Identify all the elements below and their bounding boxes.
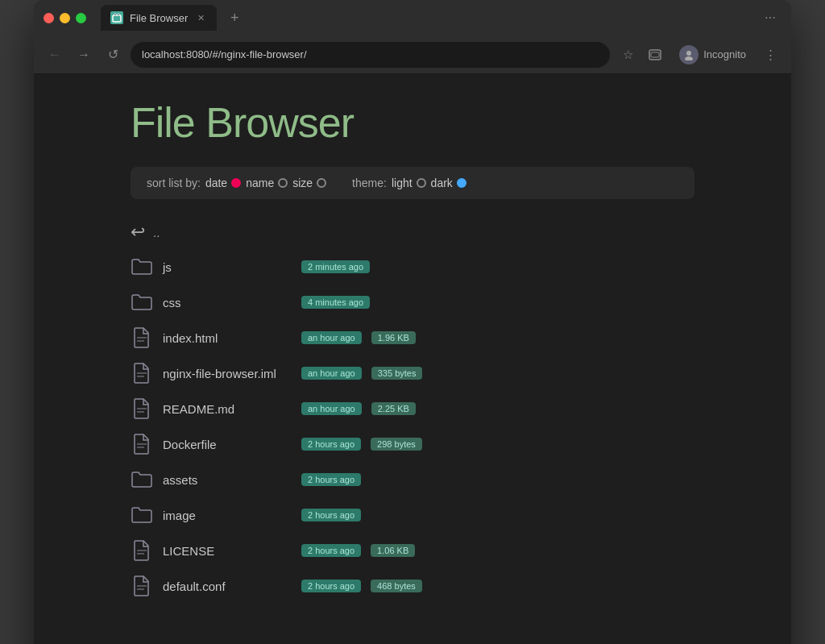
page-footer: nginx file browser icons by Freepik from… bbox=[34, 636, 791, 644]
active-tab[interactable]: File Browser ✕ bbox=[101, 5, 217, 31]
svg-point-4 bbox=[685, 56, 693, 60]
back-arrow-icon: ↩ bbox=[131, 222, 145, 243]
time-badge: 2 hours ago bbox=[301, 509, 361, 521]
folder-icon bbox=[131, 468, 153, 491]
sort-bar: sort list by: date name size theme: ligh… bbox=[131, 167, 694, 199]
refresh-nav-button[interactable]: ↺ bbox=[102, 44, 124, 66]
title-bar: File Browser ✕ + ⋯ bbox=[34, 0, 791, 35]
maximize-button[interactable] bbox=[76, 13, 86, 23]
forward-nav-button[interactable]: → bbox=[73, 44, 95, 66]
sort-size-radio[interactable] bbox=[317, 178, 326, 188]
sort-name-radio[interactable] bbox=[278, 178, 288, 188]
list-item[interactable]: css 4 minutes ago bbox=[131, 285, 694, 320]
file-list: ↩ .. js 2 minutes ago bbox=[131, 215, 694, 604]
bookmark-button[interactable]: ☆ bbox=[616, 44, 639, 66]
sort-label: sort list by: bbox=[147, 177, 201, 189]
size-badge: 2.25 KB bbox=[371, 402, 416, 415]
close-button[interactable] bbox=[44, 13, 54, 23]
sort-date-label: date bbox=[205, 177, 227, 189]
size-badge: 468 bytes bbox=[371, 580, 422, 592]
page-title: File Browser bbox=[131, 98, 694, 147]
chrome-more-button[interactable]: ⋮ bbox=[759, 44, 781, 66]
size-badge: 1.96 KB bbox=[371, 331, 416, 344]
file-icon bbox=[131, 539, 153, 562]
minimize-button[interactable] bbox=[60, 13, 70, 23]
tab-favicon bbox=[110, 11, 123, 24]
time-badge: 2 hours ago bbox=[301, 544, 361, 557]
sort-name-label: name bbox=[246, 177, 274, 189]
size-badge: 298 bytes bbox=[371, 438, 422, 451]
file-icon bbox=[131, 397, 153, 420]
theme-dark[interactable]: dark bbox=[431, 177, 466, 189]
list-item[interactable]: LICENSE 2 hours ago 1.06 KB bbox=[131, 533, 694, 568]
folder-icon bbox=[131, 504, 153, 526]
tab-area: File Browser ✕ + bbox=[101, 5, 752, 31]
window-more-button[interactable]: ⋯ bbox=[759, 6, 781, 29]
back-link[interactable]: ↩ .. bbox=[131, 215, 694, 249]
sort-date-radio[interactable] bbox=[231, 178, 241, 188]
file-name: README.md bbox=[163, 402, 292, 416]
tab-switcher-button[interactable] bbox=[644, 44, 666, 66]
time-badge: an hour ago bbox=[301, 331, 362, 344]
file-icon bbox=[131, 362, 153, 384]
folder-icon bbox=[131, 256, 153, 278]
time-badge: 2 hours ago bbox=[301, 580, 361, 592]
theme-light[interactable]: light bbox=[392, 177, 426, 189]
browser-window: File Browser ✕ + ⋯ ← → ↺ ☆ bbox=[34, 0, 791, 644]
file-name: default.conf bbox=[163, 580, 292, 593]
file-name: css bbox=[163, 296, 292, 310]
list-item[interactable]: image 2 hours ago bbox=[131, 497, 694, 533]
title-bar-controls: ⋯ bbox=[759, 6, 781, 29]
list-item[interactable]: js 2 minutes ago bbox=[131, 249, 694, 285]
list-item[interactable]: Dockerfile 2 hours ago 298 bytes bbox=[131, 426, 694, 462]
file-icon bbox=[131, 326, 153, 349]
list-item[interactable]: assets 2 hours ago bbox=[131, 462, 694, 497]
time-badge: an hour ago bbox=[301, 402, 362, 415]
file-name: assets bbox=[163, 473, 292, 487]
time-badge: 4 minutes ago bbox=[301, 296, 370, 309]
theme-dark-label: dark bbox=[431, 177, 453, 189]
size-badge: 335 bytes bbox=[371, 367, 423, 380]
time-badge: 2 hours ago bbox=[301, 473, 361, 486]
tab-label: File Browser bbox=[130, 12, 188, 24]
address-actions: ☆ Incognito ⋮ bbox=[616, 42, 781, 68]
size-badge: 1.06 KB bbox=[371, 544, 415, 557]
theme-label: theme: bbox=[352, 177, 387, 189]
address-input[interactable] bbox=[131, 42, 610, 68]
svg-rect-0 bbox=[113, 15, 121, 22]
file-name: js bbox=[163, 260, 292, 274]
file-icon bbox=[131, 433, 153, 455]
svg-rect-2 bbox=[651, 52, 659, 57]
incognito-avatar bbox=[679, 45, 699, 64]
theme-light-radio[interactable] bbox=[417, 178, 426, 188]
list-item[interactable]: nginx-file-browser.iml an hour ago 335 b… bbox=[131, 355, 694, 391]
file-icon bbox=[131, 575, 153, 597]
page-content: File Browser sort list by: date name siz… bbox=[34, 74, 791, 636]
file-name: index.html bbox=[163, 331, 292, 345]
tab-close-button[interactable]: ✕ bbox=[194, 11, 207, 24]
incognito-button[interactable]: Incognito bbox=[671, 42, 754, 68]
file-name: LICENSE bbox=[163, 544, 292, 558]
new-tab-button[interactable]: + bbox=[223, 6, 246, 29]
theme-light-label: light bbox=[392, 177, 412, 189]
list-item[interactable]: index.html an hour ago 1.96 KB bbox=[131, 320, 694, 355]
list-item[interactable]: default.conf 2 hours ago 468 bytes bbox=[131, 568, 694, 604]
traffic-lights bbox=[44, 13, 86, 23]
sort-size[interactable]: size bbox=[292, 177, 326, 189]
sort-size-label: size bbox=[292, 177, 313, 189]
back-dotdot: .. bbox=[153, 226, 160, 239]
address-bar: ← → ↺ ☆ Incognito ⋮ bbox=[34, 35, 791, 74]
theme-dark-radio[interactable] bbox=[457, 178, 466, 188]
file-name: Dockerfile bbox=[163, 438, 292, 451]
time-badge: 2 hours ago bbox=[301, 438, 361, 451]
sort-name[interactable]: name bbox=[246, 177, 288, 189]
time-badge: an hour ago bbox=[301, 367, 362, 380]
file-name: nginx-file-browser.iml bbox=[163, 367, 292, 380]
sort-date[interactable]: date bbox=[205, 177, 241, 189]
time-badge: 2 minutes ago bbox=[301, 260, 370, 273]
list-item[interactable]: README.md an hour ago 2.25 KB bbox=[131, 391, 694, 426]
file-name: image bbox=[163, 509, 292, 522]
back-nav-button[interactable]: ← bbox=[44, 44, 66, 66]
svg-point-3 bbox=[686, 51, 691, 56]
incognito-label: Incognito bbox=[703, 48, 746, 60]
